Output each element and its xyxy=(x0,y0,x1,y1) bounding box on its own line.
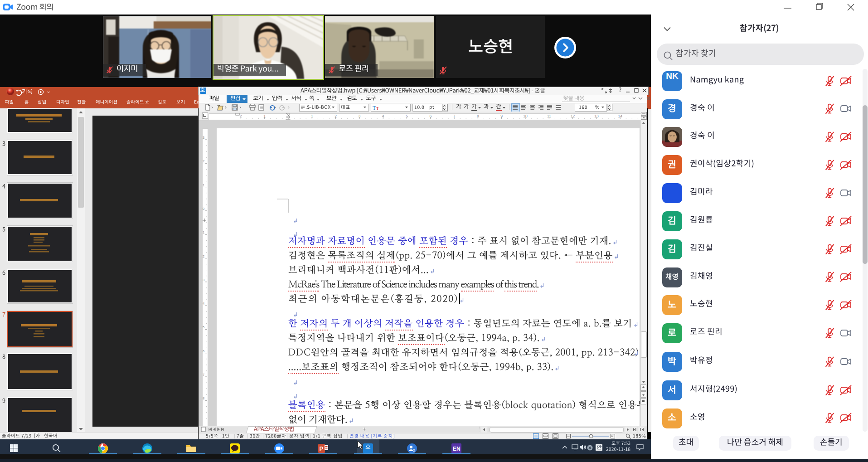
svg-text:1: 1 xyxy=(263,114,266,118)
svg-text:14: 14 xyxy=(618,114,622,118)
svg-text:8: 8 xyxy=(477,114,479,118)
svg-text:1: 1 xyxy=(311,114,313,118)
svg-text:12: 12 xyxy=(571,114,575,118)
svg-text:7: 7 xyxy=(453,114,456,118)
svg-text:4: 4 xyxy=(382,114,384,118)
svg-text:EN: EN xyxy=(453,446,461,452)
svg-text:2: 2 xyxy=(335,114,337,118)
svg-text:T: T xyxy=(373,105,376,111)
svg-text:5: 5 xyxy=(406,114,408,118)
svg-text:3: 3 xyxy=(203,136,204,140)
svg-text:T: T xyxy=(376,106,379,111)
svg-text:2: 2 xyxy=(413,448,415,452)
svg-text:2: 2 xyxy=(203,159,204,163)
svg-text:1: 1 xyxy=(203,183,204,187)
svg-text:2: 2 xyxy=(203,254,204,258)
svg-text:3: 3 xyxy=(203,278,204,282)
svg-text:8: 8 xyxy=(203,396,204,400)
svg-text:13: 13 xyxy=(594,114,599,118)
svg-text:6: 6 xyxy=(203,349,204,353)
svg-text:7: 7 xyxy=(203,373,204,377)
svg-text:5: 5 xyxy=(203,325,204,329)
svg-text:0: 0 xyxy=(203,207,204,211)
svg-text:9: 9 xyxy=(500,114,503,118)
svg-text:6: 6 xyxy=(429,114,432,118)
svg-text:10: 10 xyxy=(523,114,528,118)
svg-text:2: 2 xyxy=(240,114,242,118)
svg-text:1: 1 xyxy=(203,230,204,234)
svg-text:3: 3 xyxy=(359,114,361,118)
svg-text:P: P xyxy=(320,445,324,452)
svg-text:4: 4 xyxy=(203,302,204,306)
svg-text:11: 11 xyxy=(547,114,551,118)
